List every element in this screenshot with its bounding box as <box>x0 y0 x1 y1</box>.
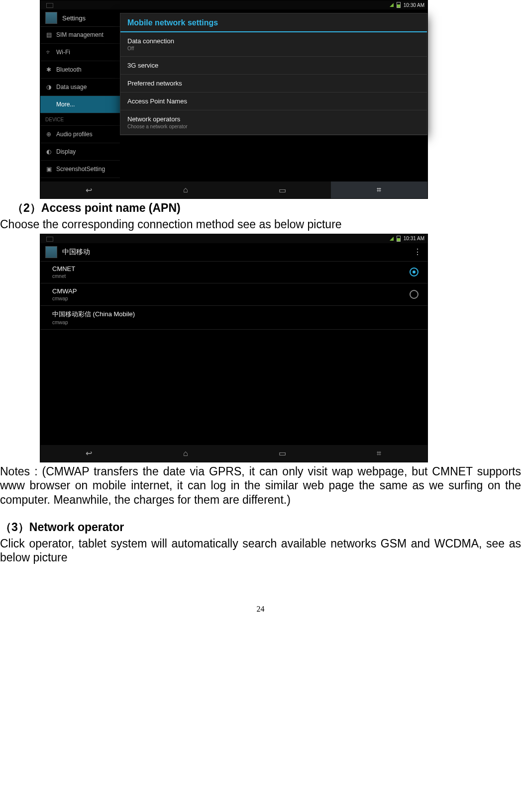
overflow-menu-button[interactable]: ⋮ <box>413 247 422 257</box>
sidebar-item-data-usage[interactable]: ◑Data usage <box>40 79 120 96</box>
sidebar-item-screenshot[interactable]: ▣ScreenshotSetting <box>40 161 120 178</box>
screenshot-apn-list: 10:31 AM 中国移动 ⋮ CMNET cmnet CMWAP cmwap <box>40 234 428 462</box>
battery-icon <box>397 2 401 8</box>
status-time: 10:31 AM <box>404 236 424 241</box>
radio-cmwap[interactable] <box>410 290 418 299</box>
nav-back-button[interactable]: ↩ <box>40 181 137 198</box>
wifi-icon: ᯤ <box>45 49 52 56</box>
nav-recent-button[interactable]: ▭ <box>234 445 331 462</box>
app-title: Settings <box>62 14 86 22</box>
settings-sidebar: ▤SIM management ᯤWi-Fi ✱Bluetooth ◑Data … <box>40 26 120 181</box>
data-icon: ◑ <box>45 84 52 90</box>
sidebar-item-display[interactable]: ◐Display <box>40 143 120 161</box>
page-number: 24 <box>0 605 521 614</box>
dialog-title: Mobile network settings <box>120 13 427 32</box>
settings-app-icon <box>45 246 57 258</box>
apn-item-cmnet[interactable]: CMNET cmnet <box>40 261 427 283</box>
intro-network-operator: Click operator, tablet system will autom… <box>0 537 521 565</box>
mobile-network-settings-dialog: Mobile network settings Data connection … <box>120 13 427 135</box>
apn-item-mms[interactable]: 中国移动彩信 (China Mobile) cmwap <box>40 306 427 330</box>
nav-home-button[interactable]: ⌂ <box>137 445 234 462</box>
heading-network-operator: （3）Network operator <box>0 520 521 535</box>
apn-item-cmwap[interactable]: CMWAP cmwap <box>40 283 427 306</box>
sidebar-item-audio[interactable]: ⊕Audio profiles <box>40 126 120 143</box>
bt-icon: ✱ <box>45 66 52 73</box>
signal-icon <box>390 3 394 7</box>
dialog-item-apn[interactable]: Access Point Names <box>120 92 427 110</box>
sidebar-header-device: DEVICE <box>40 113 120 126</box>
dialog-item-network-operators[interactable]: Network operators Choose a network opera… <box>120 110 427 135</box>
nav-recent-button[interactable]: ▭ <box>234 181 331 198</box>
apn-list: CMNET cmnet CMWAP cmwap 中国移动彩信 (China Mo… <box>40 261 427 445</box>
battery-icon <box>397 236 401 242</box>
signal-icon <box>390 237 394 241</box>
sidebar-item-bluetooth[interactable]: ✱Bluetooth <box>40 61 120 79</box>
app-bar: 中国移动 ⋮ <box>40 243 427 262</box>
system-navbar: ↩ ⌂ ▭ ⌗ <box>40 181 427 198</box>
sidebar-item-wifi[interactable]: ᯤWi-Fi <box>40 44 120 61</box>
sidebar-item-more[interactable]: More... <box>40 96 120 113</box>
notes-text: Notes : (CMWAP transfers the date via GP… <box>0 464 521 507</box>
radio-cmnet[interactable] <box>410 268 418 276</box>
screenshot-mobile-network-settings: 10:30 AM Settings ▤SIM management ᯤWi-Fi… <box>40 0 428 199</box>
settings-app-icon <box>45 12 57 24</box>
carrier-title: 中国移动 <box>62 248 90 257</box>
status-time: 10:30 AM <box>404 2 424 8</box>
nav-back-button[interactable]: ↩ <box>40 445 137 462</box>
sim-icon: ▤ <box>45 31 52 38</box>
nav-home-button[interactable]: ⌂ <box>137 181 234 198</box>
dialog-item-3g-service[interactable]: 3G service <box>120 57 427 75</box>
heading-apn: （2）Access point name (APN) <box>12 201 521 215</box>
intro-apn: Choose the corresponding connection meth… <box>0 217 521 232</box>
status-bar: 10:31 AM <box>40 234 427 243</box>
notification-icon <box>46 237 53 242</box>
audio-icon: ⊕ <box>45 131 52 138</box>
sidebar-item-sim[interactable]: ▤SIM management <box>40 26 120 44</box>
dialog-item-preferred-networks[interactable]: Preferred networks <box>120 75 427 92</box>
shot-icon: ▣ <box>45 166 52 173</box>
dialog-item-data-connection[interactable]: Data connection Off <box>120 32 427 57</box>
status-bar: 10:30 AM <box>40 0 427 9</box>
nav-screenshot-button[interactable]: ⌗ <box>331 181 428 198</box>
system-navbar: ↩ ⌂ ▭ ⌗ <box>40 445 427 462</box>
display-icon: ◐ <box>45 148 52 155</box>
notification-icon <box>46 3 53 8</box>
nav-screenshot-button[interactable]: ⌗ <box>331 445 428 462</box>
